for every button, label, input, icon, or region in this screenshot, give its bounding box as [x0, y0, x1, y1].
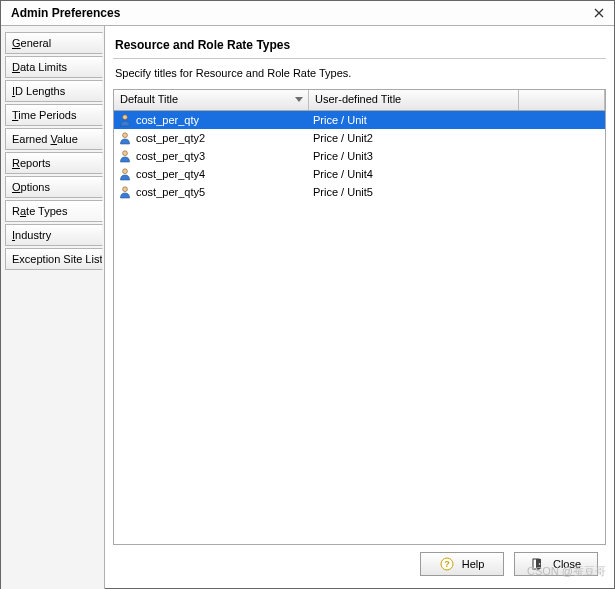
svg-point-1	[123, 133, 128, 138]
cell-user-title: Price / Unit2	[309, 132, 519, 144]
cell-default-title: cost_per_qty2	[114, 131, 309, 145]
table-row[interactable]: cost_per_qty5Price / Unit5	[114, 183, 605, 201]
panel-title: Resource and Role Rate Types	[113, 34, 606, 56]
person-icon	[118, 131, 132, 145]
sidebar-tab-industry[interactable]: Industry	[5, 224, 103, 246]
person-icon	[118, 185, 132, 199]
sidebar-tab-general[interactable]: General	[5, 32, 103, 54]
admin-preferences-window: Admin Preferences GeneralData LimitsID L…	[0, 0, 615, 589]
close-icon	[594, 8, 604, 18]
help-label: Help	[462, 558, 485, 570]
sidebar-tab-options[interactable]: Options	[5, 176, 103, 198]
cell-user-title: Price / Unit5	[309, 186, 519, 198]
rate-types-table: Default Title User-defined Title cost_pe…	[113, 89, 606, 545]
cell-default-title: cost_per_qty5	[114, 185, 309, 199]
table-row[interactable]: cost_per_qty4Price / Unit4	[114, 165, 605, 183]
cell-user-title: Price / Unit3	[309, 150, 519, 162]
person-icon	[118, 149, 132, 163]
person-icon	[118, 113, 132, 127]
window-close-button[interactable]	[588, 4, 610, 22]
sidebar-tab-time-periods[interactable]: Time Periods	[5, 104, 103, 126]
help-button[interactable]: ? Help	[420, 552, 504, 576]
cell-user-title: Price / Unit	[309, 114, 519, 126]
column-spacer	[519, 90, 605, 110]
cell-default-title: cost_per_qty3	[114, 149, 309, 163]
help-icon: ?	[440, 557, 454, 571]
sidebar-tab-earned-value[interactable]: Earned Value	[5, 128, 103, 150]
svg-point-3	[123, 169, 128, 174]
table-row[interactable]: cost_per_qty2Price / Unit2	[114, 129, 605, 147]
cell-default-title: cost_per_qty	[114, 113, 309, 127]
person-icon	[118, 167, 132, 181]
window-title: Admin Preferences	[11, 6, 120, 20]
sidebar-tab-data-limits[interactable]: Data Limits	[5, 56, 103, 78]
cell-default-title: cost_per_qty4	[114, 167, 309, 181]
titlebar: Admin Preferences	[1, 1, 614, 26]
sidebar-tab-rate-types[interactable]: Rate Types	[5, 200, 103, 222]
column-user-title[interactable]: User-defined Title	[309, 90, 519, 110]
svg-point-2	[123, 151, 128, 156]
table-row[interactable]: cost_per_qtyPrice / Unit	[114, 111, 605, 129]
dialog-footer: ? Help Close	[113, 545, 606, 583]
column-default-title[interactable]: Default Title	[114, 90, 309, 110]
svg-point-4	[123, 187, 128, 192]
sidebar-tab-id-lengths[interactable]: ID Lengths	[5, 80, 103, 102]
svg-point-0	[123, 115, 128, 120]
table-body: cost_per_qtyPrice / Unitcost_per_qty2Pri…	[114, 111, 605, 201]
sidebar-tab-exception-site-list[interactable]: Exception Site List	[5, 248, 103, 270]
svg-text:?: ?	[444, 559, 450, 569]
close-label: Close	[553, 558, 581, 570]
content-panel: Resource and Role Rate Types Specify tit…	[105, 26, 614, 589]
sidebar: GeneralData LimitsID LengthsTime Periods…	[1, 26, 105, 589]
cell-user-title: Price / Unit4	[309, 168, 519, 180]
door-close-icon	[531, 557, 545, 571]
close-button[interactable]: Close	[514, 552, 598, 576]
sidebar-tab-reports[interactable]: Reports	[5, 152, 103, 174]
divider	[113, 58, 606, 59]
panel-description: Specify titles for Resource and Role Rat…	[113, 67, 606, 89]
svg-point-9	[539, 563, 541, 565]
table-header: Default Title User-defined Title	[114, 90, 605, 111]
table-row[interactable]: cost_per_qty3Price / Unit3	[114, 147, 605, 165]
